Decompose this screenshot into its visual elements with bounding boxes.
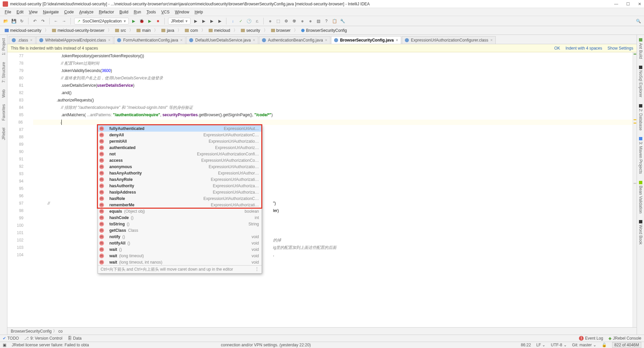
marker[interactable]: [634, 119, 636, 120]
left-tab-favorites[interactable]: Favorites: [1, 102, 7, 123]
autocomplete-item[interactable]: mnot ExpressionUrlAuthorizationConfi…: [98, 151, 262, 157]
marker-bar[interactable]: [633, 52, 637, 336]
menu-view[interactable]: View: [27, 9, 40, 15]
autocomplete-item[interactable]: mhasIpAddress ExpressionUrlAuthoriza…: [98, 189, 262, 195]
code-line[interactable]: 82 .and(): [7, 89, 637, 96]
gutter-line-number[interactable]: 83: [7, 98, 28, 102]
gutter-line-number[interactable]: 98: [7, 208, 28, 213]
autocomplete-popup[interactable]: mfullyAuthenticated ExpressionUrlAut…mde…: [98, 125, 262, 274]
left-tab-project[interactable]: 1: Project: [1, 36, 7, 57]
autocomplete-item[interactable]: mhasAuthority ExpressionUrlAuthoriza…: [98, 183, 262, 189]
right-tab-mavenprojects[interactable]: 3: Maven Projects: [638, 135, 644, 176]
breadcrumb-item[interactable]: meicloud: [207, 28, 232, 33]
autocomplete-item[interactable]: mfullyAuthenticated ExpressionUrlAut…: [98, 125, 262, 132]
code-line[interactable]: 81 .userDetailsService(userDetailsServic…: [7, 82, 637, 89]
editor-tab[interactable]: BrowserSecurityConfig.java×: [331, 36, 401, 44]
menu-navigate[interactable]: Navigate: [41, 9, 61, 15]
tool-icon-10[interactable]: 🔧: [339, 18, 345, 24]
menu-refactor[interactable]: Refactor: [97, 9, 116, 15]
code-line[interactable]: 78 // 配置Token过期时间: [7, 60, 637, 67]
close-tab-icon[interactable]: ×: [396, 38, 398, 43]
tool-icon-7[interactable]: ▤: [315, 18, 321, 24]
marker[interactable]: [634, 183, 636, 184]
autocomplete-item[interactable]: mequals(Object obj)boolean: [98, 208, 262, 214]
editor-tab[interactable]: AuthenticationBeanConfig.java×: [259, 36, 330, 44]
tool-icon-5[interactable]: ⎈: [299, 18, 305, 24]
code-line[interactable]: 83 .authorizeRequests(): [7, 96, 637, 104]
editor-tab[interactable]: .class×: [9, 36, 36, 44]
gutter-line-number[interactable]: 82: [7, 90, 28, 95]
autocomplete-item[interactable]: mauthenticated ExpressionUrlAuthoriz…: [98, 144, 262, 151]
right-tab-beanvalidation[interactable]: Bean Validation: [638, 179, 644, 215]
autocomplete-item[interactable]: mhasRole ExpressionUrlAuthorizationC…: [98, 195, 262, 202]
jrebel-combo[interactable]: JRebel ▾: [168, 18, 191, 24]
breadcrumb-item[interactable]: java: [159, 28, 176, 33]
autocomplete-item[interactable]: mpermitAll ExpressionUrlAuthorizatio…: [98, 138, 262, 144]
marker[interactable]: [634, 123, 636, 124]
close-tab-icon[interactable]: ×: [108, 38, 110, 43]
debug-icon[interactable]: 🐞: [139, 18, 145, 24]
database-tab[interactable]: 🗄Data: [68, 336, 82, 341]
gutter-line-number[interactable]: 96: [7, 194, 28, 198]
close-tab-icon[interactable]: ×: [325, 38, 327, 43]
gutter-line-number[interactable]: 78: [7, 61, 28, 66]
autocomplete-item[interactable]: mnotify()void: [98, 233, 262, 240]
breadcrumb-item[interactable]: src: [113, 28, 128, 33]
tool-icon-6[interactable]: ⎈: [307, 18, 313, 24]
gutter-line-number[interactable]: 103: [7, 245, 28, 250]
gutter-line-number[interactable]: 80: [7, 76, 28, 80]
right-tab-antbuild[interactable]: Ant Build: [638, 36, 644, 61]
jrebel-icon-1[interactable]: ▶: [193, 18, 199, 24]
right-tab-database[interactable]: 2: Database: [638, 102, 644, 133]
autocomplete-item[interactable]: maccess ExpressionUrlAuthorizationCo…: [98, 157, 262, 163]
git-branch[interactable]: Git: master ⌄: [572, 343, 596, 347]
autocomplete-item[interactable]: mwait()void: [98, 246, 262, 253]
tool-icon-8[interactable]: ?: [323, 18, 329, 24]
close-tab-icon[interactable]: ×: [30, 38, 33, 43]
breadcrumb-item[interactable]: meicloud-security-browser: [50, 28, 106, 33]
breadcrumb-item[interactable]: security: [239, 28, 262, 33]
menu-run[interactable]: Run: [132, 9, 143, 15]
version-control-tab[interactable]: ⎇9: Version Control: [24, 336, 62, 341]
notice-action[interactable]: OK: [554, 46, 560, 51]
gutter-line-number[interactable]: 94: [7, 179, 28, 184]
menu-tools[interactable]: Tools: [145, 9, 158, 15]
save-icon[interactable]: 💾: [11, 18, 17, 24]
tool-icon-4[interactable]: ♼: [291, 18, 297, 24]
search-icon[interactable]: 🔍: [635, 18, 641, 24]
code-line[interactable]: 79 .tokenValiditySeconds(3600): [7, 67, 637, 74]
toolwindow-toggle-icon[interactable]: ▣: [3, 343, 6, 347]
gutter-line-number[interactable]: 84: [7, 105, 28, 110]
memory-indicator[interactable]: 822 of 4046M: [612, 342, 641, 348]
gutter-line-number[interactable]: 100: [7, 223, 28, 228]
file-encoding[interactable]: UTF-8 ⌄: [551, 343, 567, 347]
menu-build[interactable]: Build: [117, 9, 130, 15]
gutter-line-number[interactable]: 104: [7, 253, 28, 257]
crumb[interactable]: BrowserSecurityConfig: [11, 329, 52, 334]
gutter-line-number[interactable]: 79: [7, 68, 28, 73]
maximize-button[interactable]: ☐: [626, 2, 630, 6]
autocomplete-item[interactable]: mgetClass Class: [98, 227, 262, 233]
jrebel-icon-4[interactable]: ▶: [217, 18, 223, 24]
autocomplete-item[interactable]: mwait(long timeout, int nanos)void: [98, 259, 262, 265]
right-tab-wordbook[interactable]: Word Book: [638, 218, 644, 247]
right-tab-nosqlexplorer[interactable]: NoSql Explorer: [638, 64, 644, 99]
autocomplete-item[interactable]: mhasAnyAuthority ExpressionUrlAuthor…: [98, 170, 262, 176]
breadcrumb-item[interactable]: meicloud-security: [3, 28, 43, 33]
tool-icon-1[interactable]: ⎈: [267, 18, 273, 24]
back-icon[interactable]: ←: [53, 18, 59, 24]
gutter-line-number[interactable]: 89: [7, 142, 28, 147]
gutter-line-number[interactable]: 85: [7, 113, 28, 117]
gutter-line-number[interactable]: 90: [7, 149, 28, 154]
autocomplete-item[interactable]: manonymous ExpressionUrlAuthorizatio…: [98, 163, 262, 170]
minimize-button[interactable]: —: [614, 2, 618, 6]
gutter-line-number[interactable]: 86: [7, 120, 27, 125]
menu-help[interactable]: Help: [193, 9, 205, 15]
editor-tab[interactable]: DefaultUserDetailsService.java×: [186, 36, 258, 44]
refresh-icon[interactable]: ↻: [19, 18, 25, 24]
breadcrumb-item[interactable]: BrowserSecurityConfig: [299, 28, 349, 33]
vcs-history-icon[interactable]: 🕑: [246, 18, 252, 24]
menu-edit[interactable]: Edit: [14, 9, 25, 15]
left-tab-web[interactable]: Web: [1, 87, 7, 99]
jrebel-icon-3[interactable]: ▶: [209, 18, 215, 24]
